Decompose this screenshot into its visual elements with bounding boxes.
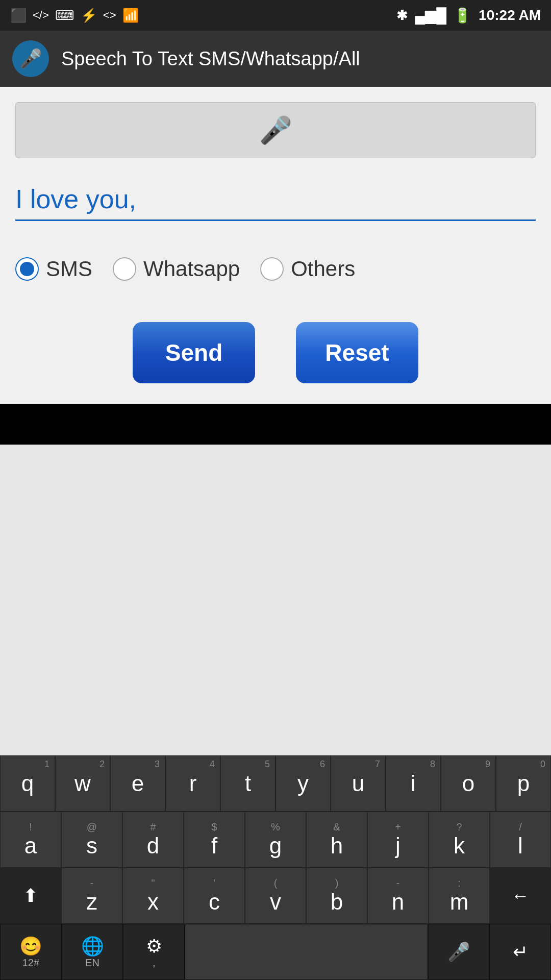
shift-key[interactable]: ⬆ [0,868,61,924]
key-k[interactable]: ?k [429,812,490,868]
action-button-row: Send Reset [15,322,536,383]
keyboard-icon: ⌨ [55,8,74,23]
radio-group: SMS Whatsapp Others [15,247,536,291]
key-b[interactable]: )b [306,868,367,924]
keyboard-row-2: XT9 !a @s #d $f %g &h +j ?k /l [0,812,551,868]
on-screen-keyboard: 1q 2w 3e 4r 5t 6y 7u 8i 9o 0p XT9 !a @s … [0,755,551,980]
main-content: 🎤 SMS Whatsapp Others Send Reset [0,87,551,404]
radio-others-label: Others [291,257,355,281]
emoji-key[interactable]: 😊 12# [0,924,62,980]
speech-text-input[interactable] [15,179,536,219]
key-q[interactable]: 1q [0,755,55,812]
status-bar: ⬛ </> ⌨ ⚡ <> 📶 ✱ ▄▆█ 🔋 10:22 AM [0,0,551,31]
radio-others-circle[interactable] [260,257,284,281]
key-p[interactable]: 0p [496,755,551,812]
signal-bars-icon: ▄▆█ [415,7,446,24]
text-input-container[interactable] [15,179,536,221]
mic-icon: 🎤 [19,48,42,69]
radio-whatsapp-circle[interactable] [113,257,136,281]
app-icon: 🎤 [12,40,49,77]
send-button[interactable]: Send [133,322,255,383]
key-o[interactable]: 9o [441,755,496,812]
bluetooth-icon: ✱ [396,8,408,23]
status-bar-right: ✱ ▄▆█ 🔋 10:22 AM [396,7,541,24]
backspace-key[interactable]: ← [490,868,551,924]
enter-key[interactable]: ↵ [489,924,551,980]
key-i[interactable]: 8i [386,755,441,812]
key-s[interactable]: @s [61,812,122,868]
key-f[interactable]: $f [184,812,245,868]
key-x[interactable]: "x [122,868,184,924]
battery-icon: 🔋 [454,7,471,24]
app-title: Speech To Text SMS/Whatsapp/All [61,48,360,70]
key-w[interactable]: 2w [55,755,110,812]
key-d[interactable]: #d [122,812,184,868]
key-n[interactable]: -n [367,868,429,924]
key-c[interactable]: 'c [184,868,245,924]
key-j[interactable]: +j [367,812,429,868]
code-icon: </> [33,9,49,22]
mic-button-area[interactable]: 🎤 [15,102,536,158]
key-a[interactable]: !a [0,812,61,868]
radio-option-sms[interactable]: SMS [15,257,92,281]
key-h[interactable]: &h [306,812,367,868]
radio-whatsapp-label: Whatsapp [143,257,240,281]
reset-button[interactable]: Reset [296,322,418,383]
key-v[interactable]: (v [245,868,306,924]
key-t[interactable]: 5t [220,755,276,812]
status-bar-left: ⬛ </> ⌨ ⚡ <> 📶 [10,8,139,23]
key-u[interactable]: 7u [331,755,386,812]
app-header: 🎤 Speech To Text SMS/Whatsapp/All [0,31,551,87]
key-r[interactable]: 4r [165,755,220,812]
settings-key[interactable]: ⚙ , [123,924,185,980]
keyboard-row-3: ⬆ -z "x 'c (v )b -n :m ← [0,868,551,924]
key-y[interactable]: 6y [276,755,331,812]
usb-icon: ⚡ [81,8,97,23]
signal-wave-icon: 📶 [122,8,139,23]
space-key[interactable] [185,924,428,980]
language-key[interactable]: 🌐 EN [62,924,123,980]
xml-icon: <> [103,9,116,22]
radio-sms-circle[interactable] [15,257,39,281]
keyboard-mic-key[interactable]: 🎤 [428,924,490,980]
time-display: 10:22 AM [479,7,541,23]
radio-option-others[interactable]: Others [260,257,355,281]
keyboard-bottom-row: 😊 12# 🌐 EN ⚙ , 🎤 ↵ [0,924,551,980]
keyboard-black-bar [0,404,551,445]
microphone-icon: 🎤 [259,115,292,146]
key-z[interactable]: -z [61,868,122,924]
keyboard-row-1: 1q 2w 3e 4r 5t 6y 7u 8i 9o 0p [0,755,551,812]
key-g[interactable]: %g [245,812,306,868]
radio-sms-label: SMS [46,257,92,281]
radio-option-whatsapp[interactable]: Whatsapp [113,257,240,281]
display-icon: ⬛ [10,8,27,23]
key-l[interactable]: /l [490,812,551,868]
radio-sms-inner [20,262,34,276]
key-e[interactable]: 3e [110,755,165,812]
key-m[interactable]: :m [429,868,490,924]
